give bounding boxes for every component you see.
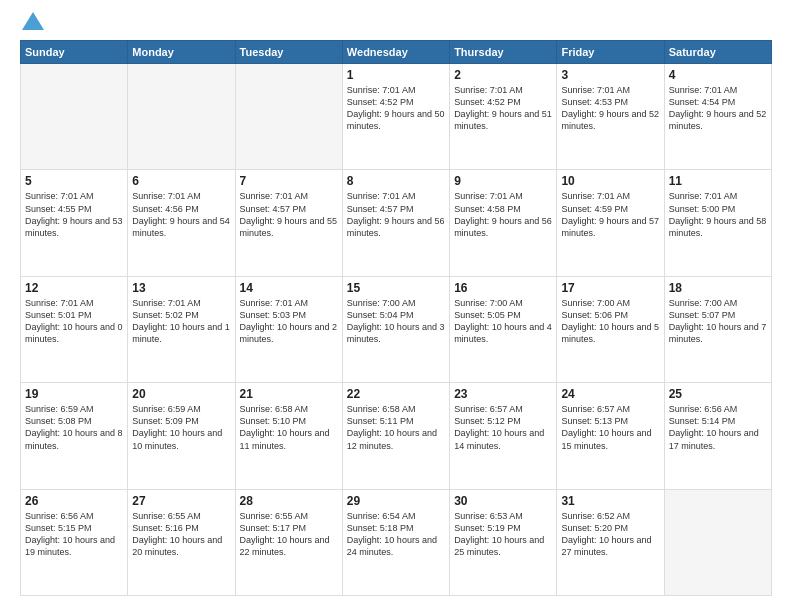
calendar-cell: 14Sunrise: 7:01 AM Sunset: 5:03 PM Dayli… — [235, 276, 342, 382]
calendar-header-friday: Friday — [557, 41, 664, 64]
calendar-cell: 29Sunrise: 6:54 AM Sunset: 5:18 PM Dayli… — [342, 489, 449, 595]
calendar-cell: 16Sunrise: 7:00 AM Sunset: 5:05 PM Dayli… — [450, 276, 557, 382]
day-number: 14 — [240, 281, 338, 295]
calendar-cell: 2Sunrise: 7:01 AM Sunset: 4:52 PM Daylig… — [450, 64, 557, 170]
calendar-cell — [664, 489, 771, 595]
day-number: 4 — [669, 68, 767, 82]
calendar-cell: 17Sunrise: 7:00 AM Sunset: 5:06 PM Dayli… — [557, 276, 664, 382]
calendar-cell: 1Sunrise: 7:01 AM Sunset: 4:52 PM Daylig… — [342, 64, 449, 170]
day-info: Sunrise: 6:54 AM Sunset: 5:18 PM Dayligh… — [347, 510, 445, 559]
logo-arrow-icon — [22, 12, 44, 30]
day-number: 16 — [454, 281, 552, 295]
day-number: 29 — [347, 494, 445, 508]
calendar-cell: 22Sunrise: 6:58 AM Sunset: 5:11 PM Dayli… — [342, 383, 449, 489]
day-number: 21 — [240, 387, 338, 401]
day-info: Sunrise: 6:59 AM Sunset: 5:09 PM Dayligh… — [132, 403, 230, 452]
day-number: 17 — [561, 281, 659, 295]
calendar-cell — [235, 64, 342, 170]
day-info: Sunrise: 6:56 AM Sunset: 5:15 PM Dayligh… — [25, 510, 123, 559]
calendar-cell: 8Sunrise: 7:01 AM Sunset: 4:57 PM Daylig… — [342, 170, 449, 276]
day-number: 13 — [132, 281, 230, 295]
day-number: 7 — [240, 174, 338, 188]
day-info: Sunrise: 7:01 AM Sunset: 5:00 PM Dayligh… — [669, 190, 767, 239]
day-info: Sunrise: 6:58 AM Sunset: 5:11 PM Dayligh… — [347, 403, 445, 452]
day-number: 25 — [669, 387, 767, 401]
calendar-header-saturday: Saturday — [664, 41, 771, 64]
page: SundayMondayTuesdayWednesdayThursdayFrid… — [0, 0, 792, 612]
calendar-cell: 26Sunrise: 6:56 AM Sunset: 5:15 PM Dayli… — [21, 489, 128, 595]
day-number: 15 — [347, 281, 445, 295]
calendar-week-5: 26Sunrise: 6:56 AM Sunset: 5:15 PM Dayli… — [21, 489, 772, 595]
day-info: Sunrise: 6:56 AM Sunset: 5:14 PM Dayligh… — [669, 403, 767, 452]
day-number: 24 — [561, 387, 659, 401]
day-number: 3 — [561, 68, 659, 82]
day-info: Sunrise: 7:01 AM Sunset: 5:02 PM Dayligh… — [132, 297, 230, 346]
calendar-cell: 3Sunrise: 7:01 AM Sunset: 4:53 PM Daylig… — [557, 64, 664, 170]
day-number: 18 — [669, 281, 767, 295]
calendar-week-3: 12Sunrise: 7:01 AM Sunset: 5:01 PM Dayli… — [21, 276, 772, 382]
calendar-cell: 11Sunrise: 7:01 AM Sunset: 5:00 PM Dayli… — [664, 170, 771, 276]
calendar-cell: 12Sunrise: 7:01 AM Sunset: 5:01 PM Dayli… — [21, 276, 128, 382]
calendar-cell: 18Sunrise: 7:00 AM Sunset: 5:07 PM Dayli… — [664, 276, 771, 382]
calendar-cell: 31Sunrise: 6:52 AM Sunset: 5:20 PM Dayli… — [557, 489, 664, 595]
svg-marker-0 — [22, 12, 44, 30]
day-number: 23 — [454, 387, 552, 401]
calendar-header-tuesday: Tuesday — [235, 41, 342, 64]
day-info: Sunrise: 7:00 AM Sunset: 5:05 PM Dayligh… — [454, 297, 552, 346]
calendar-cell: 21Sunrise: 6:58 AM Sunset: 5:10 PM Dayli… — [235, 383, 342, 489]
calendar-cell: 15Sunrise: 7:00 AM Sunset: 5:04 PM Dayli… — [342, 276, 449, 382]
day-info: Sunrise: 6:53 AM Sunset: 5:19 PM Dayligh… — [454, 510, 552, 559]
calendar-header-sunday: Sunday — [21, 41, 128, 64]
calendar-cell — [128, 64, 235, 170]
day-number: 28 — [240, 494, 338, 508]
day-number: 31 — [561, 494, 659, 508]
day-info: Sunrise: 7:01 AM Sunset: 4:57 PM Dayligh… — [347, 190, 445, 239]
day-info: Sunrise: 7:01 AM Sunset: 4:52 PM Dayligh… — [454, 84, 552, 133]
day-info: Sunrise: 7:01 AM Sunset: 4:57 PM Dayligh… — [240, 190, 338, 239]
header — [20, 16, 772, 30]
calendar-cell: 23Sunrise: 6:57 AM Sunset: 5:12 PM Dayli… — [450, 383, 557, 489]
calendar-cell: 9Sunrise: 7:01 AM Sunset: 4:58 PM Daylig… — [450, 170, 557, 276]
day-info: Sunrise: 7:00 AM Sunset: 5:06 PM Dayligh… — [561, 297, 659, 346]
day-number: 5 — [25, 174, 123, 188]
calendar-week-2: 5Sunrise: 7:01 AM Sunset: 4:55 PM Daylig… — [21, 170, 772, 276]
day-info: Sunrise: 6:59 AM Sunset: 5:08 PM Dayligh… — [25, 403, 123, 452]
day-number: 10 — [561, 174, 659, 188]
calendar-header-thursday: Thursday — [450, 41, 557, 64]
day-info: Sunrise: 7:01 AM Sunset: 4:59 PM Dayligh… — [561, 190, 659, 239]
day-number: 30 — [454, 494, 552, 508]
day-number: 11 — [669, 174, 767, 188]
calendar-table: SundayMondayTuesdayWednesdayThursdayFrid… — [20, 40, 772, 596]
day-info: Sunrise: 7:01 AM Sunset: 4:56 PM Dayligh… — [132, 190, 230, 239]
day-number: 9 — [454, 174, 552, 188]
calendar-cell: 4Sunrise: 7:01 AM Sunset: 4:54 PM Daylig… — [664, 64, 771, 170]
calendar-header-monday: Monday — [128, 41, 235, 64]
day-info: Sunrise: 7:01 AM Sunset: 5:01 PM Dayligh… — [25, 297, 123, 346]
day-info: Sunrise: 6:55 AM Sunset: 5:17 PM Dayligh… — [240, 510, 338, 559]
calendar-cell: 19Sunrise: 6:59 AM Sunset: 5:08 PM Dayli… — [21, 383, 128, 489]
calendar-cell: 5Sunrise: 7:01 AM Sunset: 4:55 PM Daylig… — [21, 170, 128, 276]
day-info: Sunrise: 6:58 AM Sunset: 5:10 PM Dayligh… — [240, 403, 338, 452]
calendar-cell: 20Sunrise: 6:59 AM Sunset: 5:09 PM Dayli… — [128, 383, 235, 489]
calendar-cell — [21, 64, 128, 170]
day-number: 19 — [25, 387, 123, 401]
calendar-header-row: SundayMondayTuesdayWednesdayThursdayFrid… — [21, 41, 772, 64]
calendar-cell: 28Sunrise: 6:55 AM Sunset: 5:17 PM Dayli… — [235, 489, 342, 595]
day-number: 20 — [132, 387, 230, 401]
day-number: 2 — [454, 68, 552, 82]
day-number: 6 — [132, 174, 230, 188]
day-number: 27 — [132, 494, 230, 508]
day-info: Sunrise: 7:00 AM Sunset: 5:04 PM Dayligh… — [347, 297, 445, 346]
calendar-cell: 24Sunrise: 6:57 AM Sunset: 5:13 PM Dayli… — [557, 383, 664, 489]
calendar-cell: 6Sunrise: 7:01 AM Sunset: 4:56 PM Daylig… — [128, 170, 235, 276]
calendar-header-wednesday: Wednesday — [342, 41, 449, 64]
calendar-cell: 25Sunrise: 6:56 AM Sunset: 5:14 PM Dayli… — [664, 383, 771, 489]
day-info: Sunrise: 7:01 AM Sunset: 4:54 PM Dayligh… — [669, 84, 767, 133]
calendar-week-4: 19Sunrise: 6:59 AM Sunset: 5:08 PM Dayli… — [21, 383, 772, 489]
day-info: Sunrise: 7:00 AM Sunset: 5:07 PM Dayligh… — [669, 297, 767, 346]
day-info: Sunrise: 7:01 AM Sunset: 4:58 PM Dayligh… — [454, 190, 552, 239]
day-info: Sunrise: 6:55 AM Sunset: 5:16 PM Dayligh… — [132, 510, 230, 559]
day-info: Sunrise: 6:57 AM Sunset: 5:13 PM Dayligh… — [561, 403, 659, 452]
calendar-cell: 27Sunrise: 6:55 AM Sunset: 5:16 PM Dayli… — [128, 489, 235, 595]
logo — [20, 16, 44, 30]
